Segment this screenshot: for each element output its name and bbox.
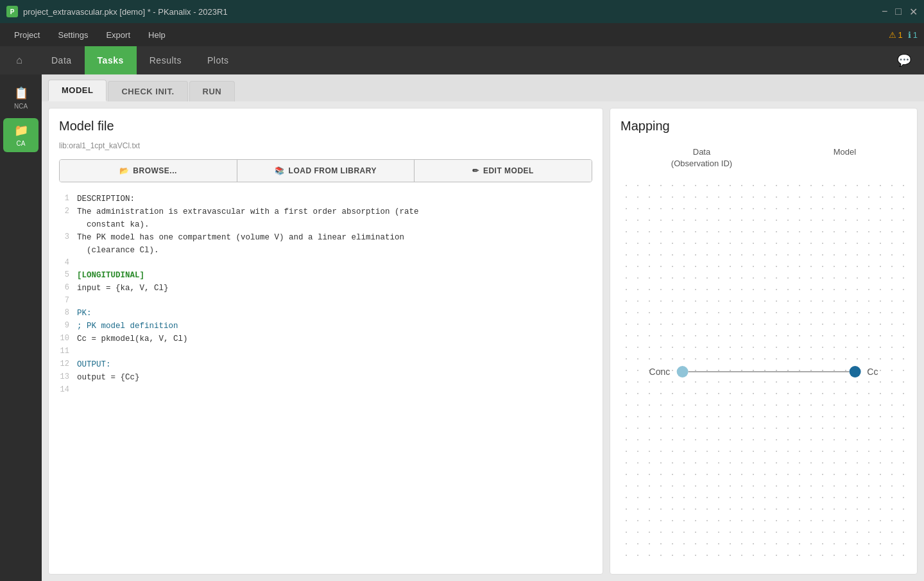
tab-data[interactable]: Data [38, 46, 85, 74]
mapping-connector-line [688, 371, 849, 372]
ca-icon: 📁 [14, 123, 28, 137]
sidebar: 📋 NCA 📁 CA [0, 74, 42, 581]
code-line-13: 13 output = {Cc} [59, 371, 592, 384]
minimize-button[interactable]: − [882, 6, 887, 18]
code-line-11: 11 [59, 345, 592, 358]
mapping-panel: Mapping Data (Observation ID) Model Conc… [610, 108, 918, 575]
code-line-3b: (clearance Cl). [59, 244, 592, 257]
mapping-col-data: Data (Observation ID) [671, 146, 732, 169]
menu-settings[interactable]: Settings [50, 28, 96, 42]
navtabs: ⌂ Data Tasks Results Plots 💬 [0, 46, 924, 74]
code-line-1: 1 DESCRIPTION: [59, 193, 592, 205]
browse-button[interactable]: 📂 BROWSE... [60, 160, 237, 182]
app-icon: P [6, 6, 18, 17]
chat-icon[interactable]: 💬 [897, 53, 924, 67]
info-badge[interactable]: ℹ 1 [908, 30, 918, 40]
subtabs: MODEL CHECK INIT. RUN [42, 74, 924, 101]
code-line-14: 14 [59, 384, 592, 396]
panels: Model file lib:oral1_1cpt_kaVCl.txt 📂 BR… [42, 101, 924, 581]
code-line-10: 10 Cc = pkmodel(ka, V, Cl) [59, 333, 592, 345]
code-line-2: 2 The administration is extravascular wi… [59, 205, 592, 218]
menubar: Project Settings Export Help ⚠ 1 ℹ 1 [0, 23, 924, 46]
window-title: project_extravascular.pkx [demo] * - PKa… [23, 7, 882, 17]
mapping-body: Conc Cc [620, 180, 907, 564]
subtab-run[interactable]: RUN [189, 81, 235, 101]
subtab-model[interactable]: MODEL [48, 80, 107, 101]
code-line-3: 3 The PK model has one compartment (volu… [59, 231, 592, 244]
browse-icon: 📂 [119, 166, 130, 175]
sidebar-label-ca: CA [17, 140, 26, 147]
mapping-right-label: Cc [867, 367, 878, 377]
sidebar-label-nca: NCA [14, 103, 28, 110]
sidebar-item-ca[interactable]: 📁 CA [3, 118, 38, 152]
menu-right-badges: ⚠ 1 ℹ 1 [889, 30, 918, 40]
code-line-7: 7 [59, 295, 592, 307]
edit-model-button[interactable]: ✏ EDIT MODEL [415, 160, 592, 182]
code-line-6: 6 input = {ka, V, Cl} [59, 282, 592, 295]
mapping-header: Data (Observation ID) Model [620, 146, 907, 169]
code-editor[interactable]: 1 DESCRIPTION: 2 The administration is e… [59, 193, 592, 564]
warning-badge[interactable]: ⚠ 1 [889, 30, 903, 40]
mapping-dot-left [676, 366, 688, 377]
load-from-library-button[interactable]: 📚 LOAD FROM LIBRARY [237, 160, 415, 182]
mapping-col-model: Model [834, 146, 856, 169]
code-line-9: 9 ; PK model definition [59, 320, 592, 333]
info-icon: ℹ [908, 30, 911, 40]
code-line-4: 4 [59, 257, 592, 269]
mapping-title: Mapping [620, 119, 907, 134]
subtab-checkinit[interactable]: CHECK INIT. [108, 81, 187, 101]
tab-tasks[interactable]: Tasks [85, 46, 137, 74]
warn-icon: ⚠ [889, 30, 896, 40]
tab-results[interactable]: Results [137, 46, 194, 74]
code-line-5: 5 [LONGITUDINAL] [59, 269, 592, 282]
menu-help[interactable]: Help [141, 28, 173, 42]
home-icon: ⌂ [16, 55, 22, 66]
sidebar-item-nca[interactable]: 📋 NCA [3, 81, 38, 115]
maximize-button[interactable]: □ [895, 6, 902, 18]
code-line-8: 8 PK: [59, 307, 592, 320]
model-action-buttons: 📂 BROWSE... 📚 LOAD FROM LIBRARY ✏ EDIT M… [59, 159, 592, 182]
nca-icon: 📋 [14, 86, 28, 100]
mapping-dot-right [849, 366, 860, 377]
home-button[interactable]: ⌂ [0, 46, 38, 74]
model-file-path: lib:oral1_1cpt_kaVCl.txt [59, 141, 592, 150]
mapping-connection[interactable]: Conc Cc [649, 366, 878, 377]
menu-project[interactable]: Project [6, 28, 47, 42]
mapping-left-label: Conc [649, 367, 671, 377]
titlebar: P project_extravascular.pkx [demo] * - P… [0, 0, 924, 23]
code-line-2b: constant ka). [59, 218, 592, 231]
model-panel: Model file lib:oral1_1cpt_kaVCl.txt 📂 BR… [48, 108, 603, 575]
tab-plots[interactable]: Plots [194, 46, 242, 74]
close-button[interactable]: ✕ [909, 6, 918, 18]
content-area: MODEL CHECK INIT. RUN Model file lib:ora… [42, 74, 924, 581]
main-layout: 📋 NCA 📁 CA MODEL CHECK INIT. RUN Model [0, 74, 924, 581]
window-controls: − □ ✕ [882, 6, 918, 18]
code-line-12: 12 OUTPUT: [59, 358, 592, 371]
menu-export[interactable]: Export [98, 28, 138, 42]
edit-icon: ✏ [472, 166, 479, 175]
model-panel-title: Model file [59, 119, 592, 134]
library-icon: 📚 [275, 166, 285, 175]
